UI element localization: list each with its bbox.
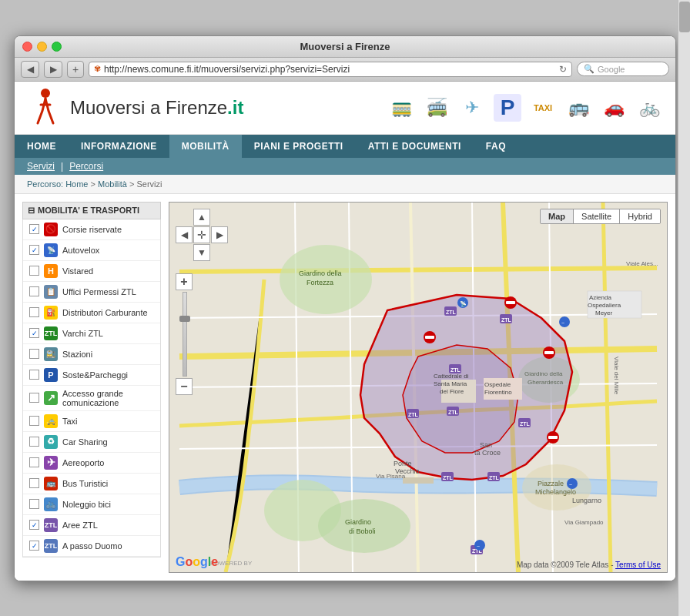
map-zoom-slider[interactable] <box>179 316 190 322</box>
map-type-hybrid[interactable]: Hybrid <box>620 209 660 223</box>
checkbox-bus-turistici[interactable] <box>29 478 39 488</box>
svg-text:del Fiore: del Fiore <box>440 388 464 395</box>
svg-text:Viale Ales...: Viale Ales... <box>626 260 658 267</box>
map-container[interactable]: Giardino della Fortezza Giardino della G… <box>169 203 667 572</box>
sidebar-item-autovelox[interactable]: ✓ 📡 Autovelox <box>23 240 160 261</box>
sidebar-item-aeroporto[interactable]: ✈ Aereoporto <box>23 453 160 474</box>
title-bar: Muoversi a Firenze <box>15 36 675 58</box>
add-tab-button[interactable]: + <box>67 61 84 78</box>
sidebar-item-corsie[interactable]: ✓ 🚫 Corsie riservate <box>23 219 160 240</box>
breadcrumb-home[interactable]: Percorso: Home <box>27 179 88 189</box>
passo-duomo-label: A passo Duomo <box>62 541 122 551</box>
nav-item-home[interactable]: HOME <box>15 135 69 158</box>
sidebar-item-distributori[interactable]: ⛽ Distributori Carburante <box>23 303 160 323</box>
sidebar-item-vistared[interactable]: H Vistared <box>23 261 160 282</box>
checkbox-corsie[interactable]: ✓ <box>29 224 39 234</box>
checkbox-distributori[interactable] <box>29 307 39 317</box>
uffici-label: Uffici Permessi ZTL <box>62 287 136 296</box>
browser-toolbar: ◀ ▶ + ✾ http://news.comune.fi.it/muovers… <box>15 58 675 82</box>
svg-text:ZTL: ZTL <box>448 410 459 415</box>
content-area: ⊟ MOBILITA' E TRASPORTI ✓ 🚫 Corsie riser… <box>15 194 675 581</box>
trolley-icon: 🚎 <box>423 94 451 122</box>
checkbox-carsharing[interactable] <box>29 437 39 447</box>
search-bar[interactable]: 🔍 Google <box>577 62 669 76</box>
terms-of-use-link[interactable]: Terms of Use <box>615 561 661 569</box>
search-icon: 🔍 <box>584 64 595 74</box>
sidebar-item-varchi[interactable]: ✓ ZTL Varchi ZTL <box>23 323 160 344</box>
svg-text:Piazzale: Piazzale <box>538 480 564 487</box>
maximize-button[interactable] <box>52 42 62 52</box>
breadcrumb-mobilita[interactable]: Mobilità <box>98 179 127 189</box>
svg-text:Lungarno: Lungarno <box>572 497 601 504</box>
sidebar-header[interactable]: ⊟ MOBILITA' E TRASPORTI <box>22 202 161 219</box>
checkbox-aree-ztl[interactable]: ✓ <box>29 520 39 530</box>
bus-turistici-icon: 🚌 <box>44 477 58 490</box>
map-attribution: Map data ©2009 Tele Atlas - Terms of Use <box>517 561 661 569</box>
svg-text:Cattedrale di: Cattedrale di <box>434 373 469 380</box>
checkbox-aeroporto[interactable] <box>29 457 39 467</box>
stazioni-icon: 🚉 <box>44 347 58 361</box>
checkbox-passo-duomo[interactable]: ✓ <box>29 541 39 551</box>
sidebar-item-stazioni[interactable]: 🚉 Stazioni <box>23 344 160 365</box>
sidebar-item-passo-duomo[interactable]: ✓ ZTL A passo Duomo <box>23 536 160 557</box>
forward-button[interactable]: ▶ <box>44 61 62 78</box>
accesso-label: Accesso grande comunicazione <box>62 389 154 407</box>
map-zoom-in[interactable]: + <box>176 273 193 290</box>
back-button[interactable]: ◀ <box>21 61 39 78</box>
map-pan-right[interactable]: ▶ <box>211 226 228 243</box>
traffic-lights <box>22 42 62 52</box>
sidebar-item-uffici[interactable]: 📋 Uffici Permessi ZTL <box>23 282 160 303</box>
subnav-servizi[interactable]: Servizi <box>27 161 55 172</box>
map-type-satellite[interactable]: Satellite <box>574 209 620 223</box>
svg-text:Fiorentino: Fiorentino <box>484 389 512 396</box>
main-nav: HOME INFORMAZIONE MOBILITÀ PIANI E PROGE… <box>15 135 675 158</box>
checkbox-stazioni[interactable] <box>29 349 39 359</box>
checkbox-parcheggi[interactable] <box>29 370 39 380</box>
minimize-button[interactable] <box>37 42 47 52</box>
url-bar[interactable]: ✾ http://news.comune.fi.it/muoversi/serv… <box>89 62 572 77</box>
nav-item-mobilita[interactable]: MOBILITÀ <box>169 135 242 158</box>
map-pan-left[interactable]: ◀ <box>176 226 193 243</box>
plane-icon: ✈ <box>458 94 486 122</box>
checkbox-accesso[interactable] <box>29 393 39 403</box>
sidebar-item-accesso[interactable]: ↗ Accesso grande comunicazione <box>23 386 160 411</box>
sidebar-item-aree-ztl[interactable]: ✓ ZTL Aree ZTL <box>23 515 160 536</box>
aree-ztl-label: Aree ZTL <box>62 521 98 530</box>
map-pan-down[interactable]: ▼ <box>193 244 210 261</box>
nav-item-piani[interactable]: PIANI E PROGETTI <box>242 135 356 158</box>
map-zoom-bar[interactable] <box>183 292 187 377</box>
svg-rect-73 <box>548 436 558 439</box>
checkbox-taxi[interactable] <box>29 416 39 426</box>
nav-item-informazione[interactable]: INFORMAZIONE <box>69 135 169 158</box>
map-type-map[interactable]: Map <box>541 209 574 223</box>
sidebar-item-taxi[interactable]: 🚕 Taxi <box>23 411 160 432</box>
browser-window: Muoversi a Firenze ◀ ▶ + ✾ http://news.c… <box>14 35 676 581</box>
uffici-icon: 📋 <box>44 285 58 299</box>
logo-person-icon <box>27 88 64 128</box>
svg-text:ZTL: ZTL <box>520 421 531 427</box>
checkbox-autovelox[interactable]: ✓ <box>29 245 39 255</box>
svg-text:ZTL: ZTL <box>451 367 461 373</box>
nav-item-atti[interactable]: ATTI E DOCUMENTI <box>356 135 474 158</box>
refresh-button[interactable]: ↻ <box>559 64 567 75</box>
search-placeholder: Google <box>598 65 625 74</box>
close-button[interactable] <box>22 42 32 52</box>
map-zoom-out[interactable]: − <box>176 378 193 395</box>
google-logo: Google <box>176 555 218 569</box>
sidebar-item-parcheggi[interactable]: P Soste&Parcheggi <box>23 365 160 386</box>
svg-rect-27 <box>403 477 434 484</box>
site-content: Muoversi a Firenze.it 🚃 🚎 ✈ P TAXI 🚌 🚗 🚲… <box>15 82 675 581</box>
sidebar-item-carsharing[interactable]: ♻ Car Sharing <box>23 432 160 453</box>
nav-item-faq[interactable]: FAQ <box>474 135 518 158</box>
map-pan-center[interactable]: ✛ <box>193 226 210 243</box>
sidebar-item-bus-turistici[interactable]: 🚌 Bus Turistici <box>23 474 160 494</box>
checkbox-noleggio-bici[interactable] <box>29 499 39 509</box>
map-pan-up[interactable]: ▲ <box>193 209 210 226</box>
sidebar-item-noleggio-bici[interactable]: 🚲 Noleggio bici <box>23 494 160 515</box>
svg-text:San: San <box>480 441 492 449</box>
url-text: http://news.comune.fi.it/muoversi/serviz… <box>104 64 556 75</box>
checkbox-uffici[interactable] <box>29 286 39 296</box>
checkbox-vistared[interactable] <box>29 266 39 276</box>
subnav-percorsi[interactable]: Percorsi <box>69 161 103 172</box>
checkbox-varchi[interactable]: ✓ <box>29 328 39 338</box>
